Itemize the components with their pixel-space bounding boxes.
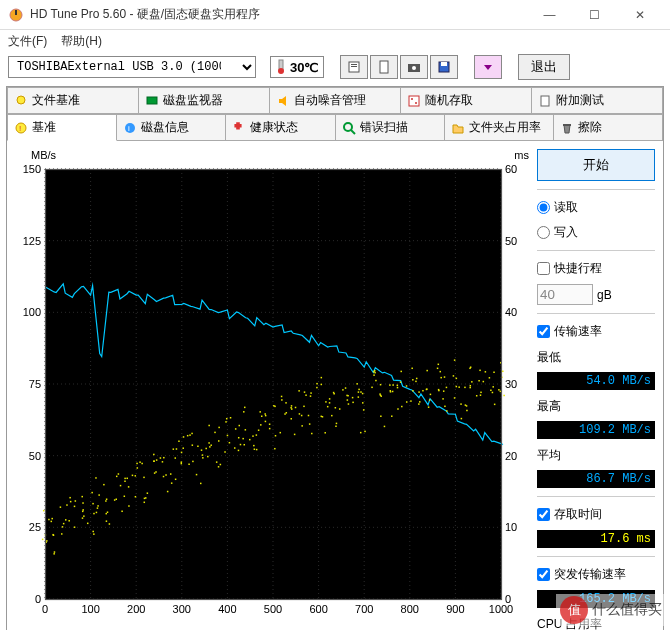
y2-axis-label: ms [514, 149, 529, 161]
short-stroke-check[interactable]: 快捷行程 [537, 259, 655, 278]
folder-icon [451, 121, 465, 135]
copy-text-button[interactable] [370, 55, 398, 79]
arrow-down-icon [481, 60, 495, 74]
svg-rect-13 [147, 97, 157, 104]
short-stroke-unit: gB [597, 288, 612, 302]
benchmark-chart [11, 163, 531, 623]
toolbar: TOSHIBAExternal USB 3.0 (1000 gB) 30℃ 退出 [0, 52, 670, 86]
tab-file-benchmark[interactable]: 文件基准 [7, 87, 139, 114]
menu-help[interactable]: 帮助(H) [61, 33, 102, 50]
svg-rect-1 [15, 10, 17, 15]
tab-folder-usage[interactable]: 文件夹占用率 [445, 114, 554, 141]
options-button[interactable] [474, 55, 502, 79]
menu-file[interactable]: 文件(F) [8, 33, 47, 50]
tab-row-top: 文件基准 磁盘监视器 自动噪音管理 随机存取 附加测试 [7, 87, 663, 114]
drive-select[interactable]: TOSHIBAExternal USB 3.0 (1000 gB) [8, 56, 256, 78]
save-button[interactable] [430, 55, 458, 79]
read-radio[interactable]: 读取 [537, 198, 655, 217]
short-stroke-value [537, 284, 593, 305]
clipboard-check-icon [538, 94, 552, 108]
start-button[interactable]: 开始 [537, 149, 655, 181]
tab-erase[interactable]: 擦除 [554, 114, 663, 141]
side-panel: 开始 读取 写入 快捷行程 gB 传输速率 最低 54.0 MB/s 最高 10… [531, 149, 655, 630]
tab-aam[interactable]: 自动噪音管理 [270, 87, 401, 114]
menubar: 文件(F) 帮助(H) [0, 30, 670, 52]
watermark: 值 什么值得买 [556, 594, 666, 626]
write-radio[interactable]: 写入 [537, 223, 655, 242]
maximize-button[interactable]: ☐ [572, 0, 617, 29]
trash-icon [560, 121, 574, 135]
watermark-icon: 值 [560, 596, 588, 624]
info-icon: ! [14, 121, 28, 135]
transfer-rate-check[interactable]: 传输速率 [537, 322, 655, 341]
window-title: HD Tune Pro 5.60 - 硬盘/固态硬盘实用程序 [30, 6, 527, 23]
monitor-icon [145, 94, 159, 108]
max-label: 最高 [537, 398, 655, 415]
svg-text:i: i [128, 124, 130, 133]
access-time-check[interactable]: 存取时间 [537, 505, 655, 524]
watermark-text: 什么值得买 [592, 601, 662, 619]
bulb-icon [14, 94, 28, 108]
app-icon [8, 7, 24, 23]
svg-point-9 [412, 66, 416, 70]
tab-row-bottom: !基准 i磁盘信息 健康状态 错误扫描 文件夹占用率 擦除 [7, 114, 663, 141]
clipboard-icon [347, 60, 361, 74]
avg-label: 平均 [537, 447, 655, 464]
tab-extra-tests[interactable]: 附加测试 [532, 87, 663, 114]
svg-point-22 [344, 123, 352, 131]
svg-rect-6 [351, 66, 357, 67]
magnify-icon [342, 121, 356, 135]
camera-icon [407, 60, 421, 74]
doc-icon [377, 60, 391, 74]
svg-rect-17 [541, 96, 549, 106]
svg-rect-5 [351, 64, 357, 65]
tab-health[interactable]: 健康状态 [226, 114, 335, 141]
tab-error-scan[interactable]: 错误扫描 [336, 114, 445, 141]
tabs-container: 文件基准 磁盘监视器 自动噪音管理 随机存取 附加测试 !基准 i磁盘信息 健康… [6, 86, 664, 630]
health-icon [232, 121, 246, 135]
speaker-icon [276, 94, 290, 108]
temperature-display: 30℃ [270, 56, 324, 78]
tab-benchmark[interactable]: !基准 [7, 114, 117, 141]
avg-value: 86.7 MB/s [537, 470, 655, 488]
thermometer-icon [275, 59, 287, 75]
max-value: 109.2 MB/s [537, 421, 655, 439]
content-area: MB/s ms 开始 读取 写入 快捷行程 gB 传输速率 最低 54.0 MB… [7, 141, 663, 630]
screenshot-button[interactable] [400, 55, 428, 79]
copy-info-button[interactable] [340, 55, 368, 79]
tab-random-access[interactable]: 随机存取 [401, 87, 532, 114]
dice-icon [407, 94, 421, 108]
svg-rect-7 [380, 61, 388, 73]
chart-area: MB/s ms [11, 149, 531, 627]
min-value: 54.0 MB/s [537, 372, 655, 390]
min-label: 最低 [537, 349, 655, 366]
floppy-icon [437, 60, 451, 74]
svg-point-3 [278, 68, 284, 74]
svg-point-12 [17, 96, 25, 104]
svg-point-20 [125, 123, 135, 133]
svg-point-15 [411, 98, 413, 100]
burst-check[interactable]: 突发传输速率 [537, 565, 655, 584]
svg-point-16 [415, 102, 417, 104]
tab-disk-monitor[interactable]: 磁盘监视器 [139, 87, 270, 114]
access-value: 17.6 ms [537, 530, 655, 548]
minimize-button[interactable]: — [527, 0, 572, 29]
svg-line-23 [351, 130, 355, 134]
info-blue-icon: i [123, 121, 137, 135]
close-button[interactable]: ✕ [617, 0, 662, 29]
exit-button[interactable]: 退出 [518, 54, 570, 80]
svg-rect-14 [409, 96, 419, 106]
y1-axis-label: MB/s [31, 149, 56, 161]
svg-text:!: ! [19, 124, 21, 133]
titlebar: HD Tune Pro 5.60 - 硬盘/固态硬盘实用程序 — ☐ ✕ [0, 0, 670, 30]
svg-rect-11 [441, 62, 447, 66]
svg-rect-24 [563, 124, 571, 126]
temperature-value: 30℃ [290, 60, 319, 75]
tab-disk-info[interactable]: i磁盘信息 [117, 114, 226, 141]
